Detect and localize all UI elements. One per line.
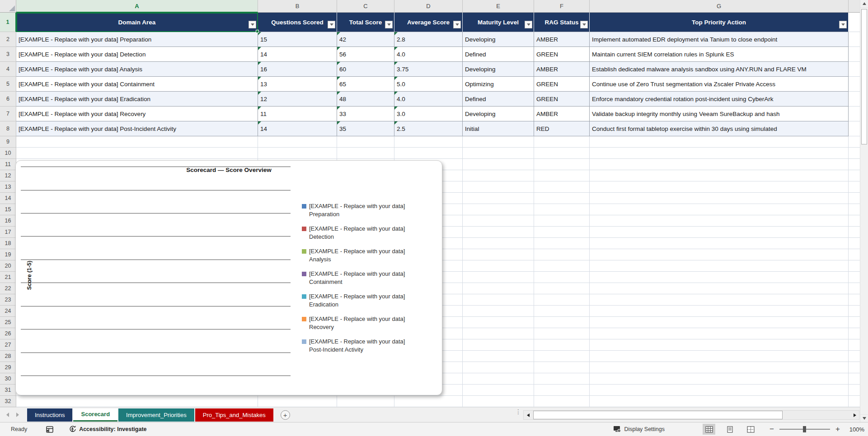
empty-cell[interactable] (534, 227, 590, 238)
empty-cell[interactable] (463, 339, 534, 351)
column-header-C[interactable]: C (337, 0, 394, 13)
row-header-13[interactable]: 13 (0, 181, 16, 193)
empty-cell[interactable] (849, 260, 860, 272)
zoom-slider-thumb[interactable] (803, 426, 806, 432)
cell-E7[interactable]: Developing (463, 107, 534, 121)
filter-dropdown-button[interactable] (249, 21, 256, 28)
empty-cell[interactable] (590, 227, 849, 238)
cell-D8[interactable]: 2.5 (394, 121, 463, 136)
empty-cell[interactable] (534, 136, 590, 148)
empty-cell[interactable] (849, 328, 860, 339)
cell-G7[interactable]: Validate backup integrity monthly using … (590, 107, 849, 121)
empty-cell[interactable] (849, 283, 860, 294)
cell-B5[interactable]: 13 (258, 77, 337, 92)
empty-cell[interactable] (463, 396, 534, 407)
horizontal-scrollbar-thumb[interactable] (533, 411, 783, 419)
empty-cell[interactable] (849, 317, 860, 328)
cell-C7[interactable]: 33 (337, 107, 394, 121)
empty-cell[interactable] (534, 159, 590, 170)
cell-G5[interactable]: Continue use of Zero Trust segmentation … (590, 77, 849, 92)
empty-cell[interactable] (534, 148, 590, 159)
empty-cell[interactable] (463, 193, 534, 204)
empty-cell[interactable] (463, 260, 534, 272)
cell-D5[interactable]: 5.0 (394, 77, 463, 92)
cell-B4[interactable]: 16 (258, 62, 337, 77)
empty-cell[interactable] (849, 339, 860, 351)
filter-dropdown-button[interactable] (385, 21, 393, 28)
empty-cell[interactable] (849, 238, 860, 249)
empty-cell[interactable] (849, 13, 860, 32)
empty-cell[interactable] (590, 249, 849, 260)
next-sheet-icon[interactable] (16, 413, 19, 417)
cell-F3[interactable]: GREEN (534, 47, 590, 62)
empty-cell[interactable] (590, 204, 849, 215)
empty-cell[interactable] (849, 272, 860, 283)
row-header-9[interactable]: 9 (0, 136, 16, 148)
row-header-31[interactable]: 31 (0, 385, 16, 396)
empty-cell[interactable] (849, 77, 860, 92)
empty-cell[interactable] (590, 294, 849, 306)
empty-cell[interactable] (590, 339, 849, 351)
empty-cell[interactable] (849, 92, 860, 107)
row-header-14[interactable]: 14 (0, 193, 16, 204)
empty-cell[interactable] (534, 385, 590, 396)
empty-cell[interactable] (463, 249, 534, 260)
column-header-E[interactable]: E (463, 0, 534, 13)
empty-cell[interactable] (534, 181, 590, 193)
row-header-27[interactable]: 27 (0, 339, 16, 351)
empty-cell[interactable] (534, 260, 590, 272)
empty-cell[interactable] (463, 272, 534, 283)
row-header-17[interactable]: 17 (0, 227, 16, 238)
empty-cell[interactable] (849, 136, 860, 148)
empty-cell[interactable] (534, 339, 590, 351)
row-header-22[interactable]: 22 (0, 283, 16, 294)
cell-B7[interactable]: 11 (258, 107, 337, 121)
select-all-button[interactable] (0, 0, 16, 13)
row-header-7[interactable]: 7 (0, 107, 16, 121)
cell-A6[interactable]: [EXAMPLE - Replace with your data] Eradi… (16, 92, 258, 107)
horizontal-scrollbar[interactable] (523, 410, 859, 420)
row-header-2[interactable]: 2 (0, 32, 16, 47)
cell-G8[interactable]: Conduct first formal tabletop exercise w… (590, 121, 849, 136)
cell-F8[interactable]: RED (534, 121, 590, 136)
cell-G4[interactable]: Establish dedicated malware analysis san… (590, 62, 849, 77)
sheet-tab-scorecard[interactable]: Scorecard (73, 408, 117, 422)
empty-cell[interactable] (849, 181, 860, 193)
vertical-scrollbar[interactable] (860, 0, 868, 422)
sheet-tab-improvement_priorities[interactable]: Improvement_Priorities (118, 408, 194, 422)
cell-C2[interactable]: 42 (337, 32, 394, 47)
header-cell-rag-status[interactable]: RAG Status (534, 13, 590, 32)
empty-cell[interactable] (590, 148, 849, 159)
empty-cell[interactable] (534, 373, 590, 385)
header-cell-domain-area[interactable]: Domain Area (16, 13, 258, 32)
empty-cell[interactable] (534, 351, 590, 362)
empty-cell[interactable] (849, 294, 860, 306)
empty-cell[interactable] (849, 193, 860, 204)
empty-cell[interactable] (590, 136, 849, 148)
cell-F4[interactable]: AMBER (534, 62, 590, 77)
row-header-19[interactable]: 19 (0, 249, 16, 260)
empty-cell[interactable] (849, 159, 860, 170)
cell-F2[interactable]: AMBER (534, 32, 590, 47)
row-header-24[interactable]: 24 (0, 306, 16, 317)
empty-cell[interactable] (463, 181, 534, 193)
empty-cell[interactable] (849, 148, 860, 159)
empty-cell[interactable] (463, 351, 534, 362)
empty-cell[interactable] (534, 249, 590, 260)
empty-cell[interactable] (590, 351, 849, 362)
zoom-in-button[interactable]: + (835, 425, 841, 434)
empty-cell[interactable] (463, 306, 534, 317)
cell-G6[interactable]: Enforce mandatory credential rotation po… (590, 92, 849, 107)
empty-cell[interactable] (534, 317, 590, 328)
column-header-D[interactable]: D (394, 0, 463, 13)
cell-C8[interactable]: 35 (337, 121, 394, 136)
empty-cell[interactable] (16, 396, 258, 407)
scroll-left-button[interactable] (524, 411, 532, 419)
filter-dropdown-button[interactable] (453, 21, 461, 28)
filter-dropdown-button[interactable] (328, 21, 335, 28)
empty-cell[interactable] (849, 107, 860, 121)
empty-cell[interactable] (534, 170, 590, 181)
cell-F5[interactable]: GREEN (534, 77, 590, 92)
cell-E5[interactable]: Optimizing (463, 77, 534, 92)
empty-cell[interactable] (463, 148, 534, 159)
